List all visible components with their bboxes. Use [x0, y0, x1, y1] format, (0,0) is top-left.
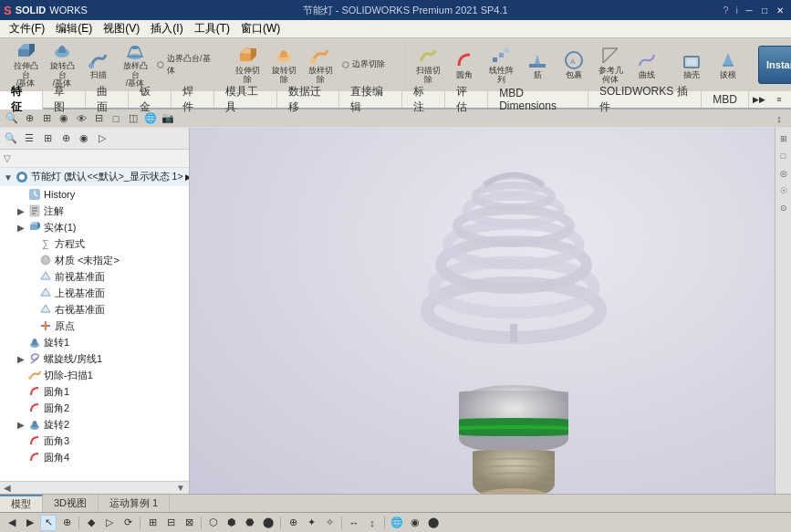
bot-back-button[interactable]: ◀	[4, 515, 20, 531]
right-icon-5[interactable]: ⊙	[776, 201, 791, 215]
restore-button[interactable]: □	[757, 4, 772, 16]
display-style-button[interactable]: ◉	[56, 111, 72, 126]
bot-sel2-button[interactable]: ✦	[303, 515, 319, 531]
bot-view4-button[interactable]: ⬤	[260, 515, 276, 531]
bot-view2-button[interactable]: ⬢	[224, 515, 240, 531]
bottom-tab-model[interactable]: 模型	[0, 495, 43, 512]
menu-file[interactable]: 文件(F)	[4, 19, 50, 38]
tree-item-material[interactable]: 材质 <未指定>	[0, 252, 189, 268]
boundary-boss-button[interactable]: ⬡ 边界凸台/基体	[155, 56, 219, 74]
panel-search-button[interactable]: 🔍	[2, 130, 20, 147]
tab-data-migration[interactable]: 数据迁移	[277, 91, 340, 108]
bottom-tab-3dview[interactable]: 3D视图	[43, 495, 99, 512]
realview-button[interactable]: 🌐	[142, 111, 159, 126]
tree-item-fillet3[interactable]: 面角3	[0, 433, 189, 449]
tree-item-revolve1[interactable]: 旋转1	[0, 334, 189, 350]
menu-insert[interactable]: 插入(I)	[145, 19, 188, 38]
filter-input[interactable]	[15, 153, 185, 164]
tree-item-origin[interactable]: 原点	[0, 318, 189, 334]
menu-tools[interactable]: 工具(T)	[189, 19, 235, 38]
bot-view1-button[interactable]: ⬡	[205, 515, 222, 531]
right-icon-2[interactable]: □	[776, 149, 791, 163]
search-button[interactable]: 🔍	[4, 111, 20, 126]
bot-tool1-button[interactable]: ◆	[83, 515, 99, 531]
bot-view3-button[interactable]: ⬣	[242, 515, 258, 531]
bot-dim1-button[interactable]: ↔	[346, 515, 362, 531]
tree-item-fillet4[interactable]: 圆角4	[0, 449, 189, 465]
bot-tool2-button[interactable]: ▷	[101, 515, 118, 531]
tab-solidworks-plugins[interactable]: SOLIDWORKS 插件	[588, 91, 702, 108]
tab-customize-button[interactable]: ≡	[769, 90, 789, 109]
view-orient-button[interactable]: ⊕	[21, 111, 37, 126]
bot-zoom-button[interactable]: ⊕	[58, 515, 75, 531]
tree-item-revolve2[interactable]: ▶ 旋转2	[0, 416, 189, 433]
right-icon-1[interactable]: ⊞	[776, 131, 791, 146]
root-expander[interactable]: ▼	[2, 171, 15, 183]
bot-snap3-button[interactable]: ⊠	[181, 515, 197, 531]
bot-snap2-button[interactable]: ⊟	[162, 515, 179, 531]
panel-plus-button[interactable]: ⊕	[57, 130, 75, 147]
curve-button[interactable]: 曲线	[629, 47, 665, 82]
panel-scroll-right[interactable]: ▼	[176, 483, 185, 493]
tab-mbd-dimensions[interactable]: MBD Dimensions	[488, 91, 588, 108]
bot-cursor-button[interactable]: ↖	[40, 515, 57, 531]
tree-item-notes[interactable]: ▶ 注解	[0, 203, 189, 219]
bot-render3-button[interactable]: ⬤	[425, 515, 442, 531]
wrap-button[interactable]: A 包裹	[556, 47, 592, 82]
tree-item-equations[interactable]: ∑ 方程式	[0, 235, 189, 252]
bot-sel1-button[interactable]: ⊕	[285, 515, 301, 531]
tree-item-topplane[interactable]: 上视基准面	[0, 285, 189, 301]
tree-item-history[interactable]: History	[0, 186, 189, 203]
extrude-boss-button[interactable]: 拉伸凸台/基体	[7, 38, 44, 91]
menu-window[interactable]: 窗口(W)	[235, 19, 286, 38]
bot-render1-button[interactable]: 🌐	[389, 515, 405, 531]
bot-forward-button[interactable]: ▶	[22, 515, 38, 531]
view-controls-button[interactable]: ↕	[771, 111, 787, 126]
tab-annotation[interactable]: 标注	[402, 91, 445, 108]
view-setting2-button[interactable]: ◫	[125, 111, 141, 126]
revolve2-expander[interactable]: ▶	[15, 418, 27, 431]
sweep-boss-button[interactable]: 扫描	[80, 47, 117, 82]
panel-arrow-button[interactable]: ▷	[93, 130, 111, 147]
fillet-button[interactable]: 圆角	[446, 47, 483, 82]
tab-mold-tools[interactable]: 模具工具	[214, 91, 277, 108]
tree-root-item[interactable]: ▼ 节能灯 (默认<<默认>_显示状态 1> ▶	[0, 168, 189, 186]
tab-weldment[interactable]: 焊件	[172, 91, 214, 108]
photo-button[interactable]: 📷	[160, 111, 176, 126]
draft-button[interactable]: 拔模	[710, 47, 746, 82]
tree-item-helix1[interactable]: ▶ 螺旋线/房线1	[0, 350, 189, 367]
tree-item-fillet2[interactable]: 圆角2	[0, 400, 189, 416]
view-setting1-button[interactable]: □	[108, 111, 124, 126]
bot-sel3-button[interactable]: ✧	[321, 515, 338, 531]
revolve-cut-button[interactable]: 旋转切除	[265, 43, 302, 87]
tree-item-frontplane[interactable]: 前视基准面	[0, 268, 189, 285]
tab-sketch[interactable]: 草图	[43, 91, 86, 108]
hide-show-button[interactable]: 👁	[73, 111, 89, 126]
loft-boss-button[interactable]: 放样凸台/基体	[117, 38, 153, 91]
tab-feature[interactable]: 特征	[0, 91, 43, 110]
extrude-cut-button[interactable]: 拉伸切除	[229, 43, 265, 87]
rib-button[interactable]: 筋	[519, 47, 556, 82]
bot-snap1-button[interactable]: ⊞	[144, 515, 161, 531]
tab-sheet-metal[interactable]: 钣金	[129, 91, 172, 108]
reference-geometry-button[interactable]: 参考几何体	[592, 43, 629, 87]
bot-tool3-button[interactable]: ⟳	[120, 515, 136, 531]
bottom-tab-motion[interactable]: 运动算例 1	[99, 495, 170, 512]
3d-viewport[interactable]: ⊞ □ ◎ ☉ ⊙	[190, 128, 791, 494]
tab-direct-editing[interactable]: 直接编辑	[339, 91, 402, 108]
bot-render2-button[interactable]: ◉	[407, 515, 423, 531]
bot-dim2-button[interactable]: ↕	[364, 515, 380, 531]
revolve-boss-button[interactable]: 旋转凸台/基体	[44, 38, 80, 91]
panel-circle-button[interactable]: ◉	[75, 130, 93, 147]
window-controls[interactable]: ─ □ ✕	[742, 4, 787, 16]
menu-edit[interactable]: 编辑(E)	[50, 19, 98, 38]
tree-item-rightplane[interactable]: 右视基准面	[0, 301, 189, 318]
sweep-cut-button[interactable]: 放样切除	[302, 43, 338, 87]
panel-list-button[interactable]: ☰	[20, 130, 38, 147]
helix1-expander[interactable]: ▶	[15, 352, 27, 365]
right-icon-4[interactable]: ☉	[776, 183, 791, 198]
sweep-cut-op-button[interactable]: 扫描切除	[410, 43, 446, 87]
tab-bar-collapse-button[interactable]: ▶▶	[749, 90, 769, 109]
solid-expander[interactable]: ▶	[15, 221, 27, 234]
tree-item-fillet1[interactable]: 圆角1	[0, 383, 189, 400]
